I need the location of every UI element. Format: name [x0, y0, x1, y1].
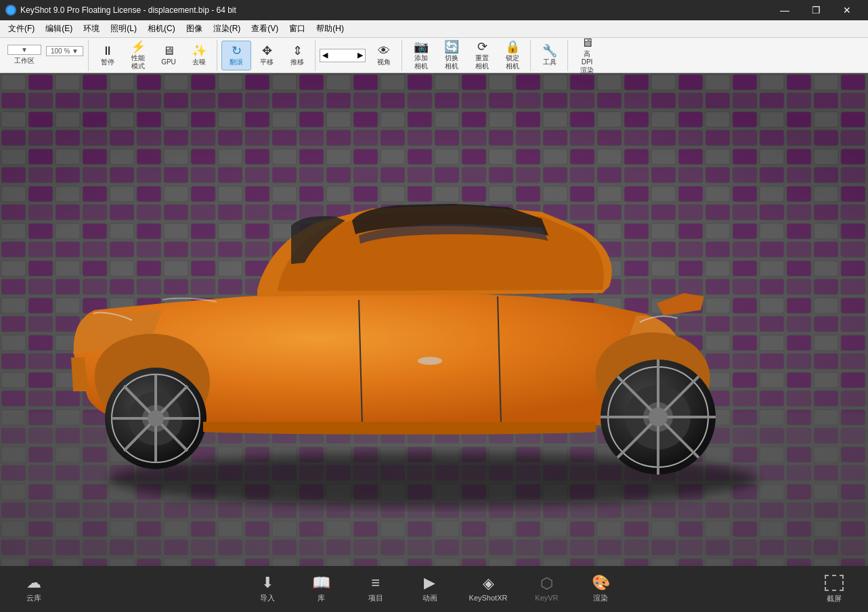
pan-button[interactable]: ✥ 平移: [252, 41, 282, 70]
denoise-icon: ✨: [192, 45, 207, 57]
lock-cam-icon: 🔒: [505, 41, 520, 53]
library-button[interactable]: 📖 库: [301, 573, 342, 606]
menu-edit[interactable]: 编辑(E): [40, 22, 78, 36]
menu-render[interactable]: 渲染(R): [208, 22, 246, 36]
push-button[interactable]: ⇕ 推移: [282, 41, 312, 70]
pause-icon: ⏸: [102, 45, 114, 57]
high-dpi-button[interactable]: 🖥 高DPI渲染: [572, 41, 602, 70]
add-camera-button[interactable]: 📷 添加相机: [406, 41, 436, 70]
gpu-icon: 🖥: [162, 45, 175, 57]
cloud-icon: ☁: [26, 575, 41, 590]
project-button[interactable]: ≡ 项目: [355, 573, 396, 606]
lock-camera-button[interactable]: 🔒 锁定相机: [498, 41, 527, 70]
import-icon: ⬇: [261, 575, 274, 590]
zoom-display: 100 %: [51, 47, 70, 55]
gpu-button[interactable]: 🖥 GPU: [154, 41, 183, 70]
menu-light[interactable]: 照明(L): [105, 22, 142, 36]
bottom-center: ⬇ 导入 📖 库 ≡ 项目 ▶ 动画 ◈ KeyShotXR ⬡ KeyVR 🎨…: [247, 573, 622, 606]
tools-group: 🔧 工具: [532, 40, 568, 71]
project-icon: ≡: [371, 575, 380, 590]
screenshot-icon: [825, 575, 844, 591]
render-bottom-button[interactable]: 🎨 渲染: [580, 573, 621, 606]
pause-button[interactable]: ⏸ 暂停: [93, 41, 123, 70]
bottom-right: 截屏: [814, 572, 854, 607]
menu-window[interactable]: 窗口: [284, 22, 311, 36]
perf-icon: ⚡: [131, 41, 146, 53]
workspace-value: ▼: [21, 46, 28, 53]
svg-point-31: [649, 408, 668, 427]
close-button[interactable]: ✕: [831, 0, 863, 20]
reset-cam-icon: ⟳: [477, 41, 487, 53]
import-button[interactable]: ⬇ 导入: [247, 573, 288, 606]
roll-icon: ↻: [232, 45, 242, 57]
svg-point-22: [148, 410, 164, 427]
svg-point-32: [418, 357, 442, 365]
zoom-left-arrow[interactable]: ◀: [320, 51, 330, 60]
bottom-left: ☁ 云库: [14, 573, 54, 606]
camera-group: 📷 添加相机 🔄 切换相机 ⟳ 重置相机 🔒 锁定相机: [404, 40, 531, 71]
nav-group: ↻ 翻滚 ✥ 平移 ⇕ 推移: [219, 40, 316, 71]
high-dpi-icon: 🖥: [581, 37, 593, 49]
viewport-canvas: [0, 73, 868, 566]
animation-icon: ▶: [424, 575, 435, 590]
switch-cam-icon: 🔄: [444, 41, 459, 53]
titlebar-left: KeyShot 9.0 Pro Floating License - displ…: [5, 5, 236, 16]
keyvr-button[interactable]: ⬡ KeyVR: [526, 573, 567, 605]
toolbar: ▼ 工作区 100 % ▼ - ⏸ 暂停 ⚡ 性能模式 🖥 GPU ✨ 去噪: [0, 38, 868, 73]
menu-file[interactable]: 文件(F): [3, 22, 40, 36]
vr-icon: ⬡: [540, 576, 553, 591]
switch-camera-button[interactable]: 🔄 切换相机: [437, 41, 466, 70]
keyshotxr-button[interactable]: ◈ KeyShotXR: [464, 573, 513, 605]
minimize-button[interactable]: —: [769, 0, 800, 20]
tools-button[interactable]: 🔧 工具: [535, 41, 565, 70]
zoom-group: ◀ 50.0 ▶ 👁 视角: [317, 40, 402, 71]
xr-icon: ◈: [483, 576, 494, 591]
zoom-fov-input[interactable]: 50.0: [330, 49, 355, 62]
titlebar: KeyShot 9.0 Pro Floating License - displ…: [0, 0, 868, 20]
tools-icon: 🔧: [542, 45, 557, 57]
workspace-group: ▼ 工作区 100 % ▼ -: [3, 40, 89, 71]
perf-mode-button[interactable]: ⚡ 性能模式: [123, 41, 153, 70]
menu-help[interactable]: 帮助(H): [311, 22, 349, 36]
titlebar-title: KeyShot 9.0 Pro Floating License - displ…: [20, 5, 236, 15]
bottom-panel: ☁ 云库 ⬇ 导入 📖 库 ≡ 项目 ▶ 动画 ◈ KeyShotXR ⬡ Ke…: [0, 566, 868, 612]
menu-img[interactable]: 图像: [181, 22, 208, 36]
cloud-library-button[interactable]: ☁ 云库: [14, 573, 54, 606]
roll-button[interactable]: ↻ 翻滚: [221, 41, 251, 70]
workspace-label: 工作区: [14, 56, 35, 66]
menu-env[interactable]: 环境: [78, 22, 105, 36]
workspace-selector[interactable]: ▼ 工作区: [5, 43, 43, 67]
library-icon: 📖: [312, 575, 330, 590]
denoise-button[interactable]: ✨ 去噪: [184, 41, 214, 70]
menubar: 文件(F) 编辑(E) 环境 照明(L) 相机(C) 图像 渲染(R) 查看(V…: [0, 20, 868, 38]
render-group: 🖥 高DPI渲染: [569, 40, 605, 71]
menu-view[interactable]: 查看(V): [246, 22, 284, 36]
add-cam-icon: 📷: [414, 41, 429, 53]
zoom-right-arrow[interactable]: ▶: [355, 51, 365, 60]
app-logo: [5, 5, 16, 16]
pan-icon: ✥: [262, 45, 272, 57]
zoom-selector[interactable]: 100 % ▼ -: [44, 45, 85, 66]
viewport[interactable]: [0, 73, 868, 566]
animation-button[interactable]: ▶ 动画: [410, 573, 450, 606]
reset-camera-button[interactable]: ⟳ 重置相机: [467, 41, 497, 70]
screenshot-button[interactable]: 截屏: [814, 572, 854, 607]
maximize-button[interactable]: ❐: [800, 0, 831, 20]
perf-group: ⏸ 暂停 ⚡ 性能模式 🖥 GPU ✨ 去噪: [90, 40, 217, 71]
view-icon: 👁: [378, 45, 390, 57]
menu-cam[interactable]: 相机(C): [142, 22, 181, 36]
render-icon: 🎨: [592, 575, 610, 590]
push-icon: ⇕: [292, 45, 303, 57]
titlebar-controls: — ❐ ✕: [769, 0, 863, 20]
view-angle-button[interactable]: 👁 视角: [369, 41, 399, 70]
